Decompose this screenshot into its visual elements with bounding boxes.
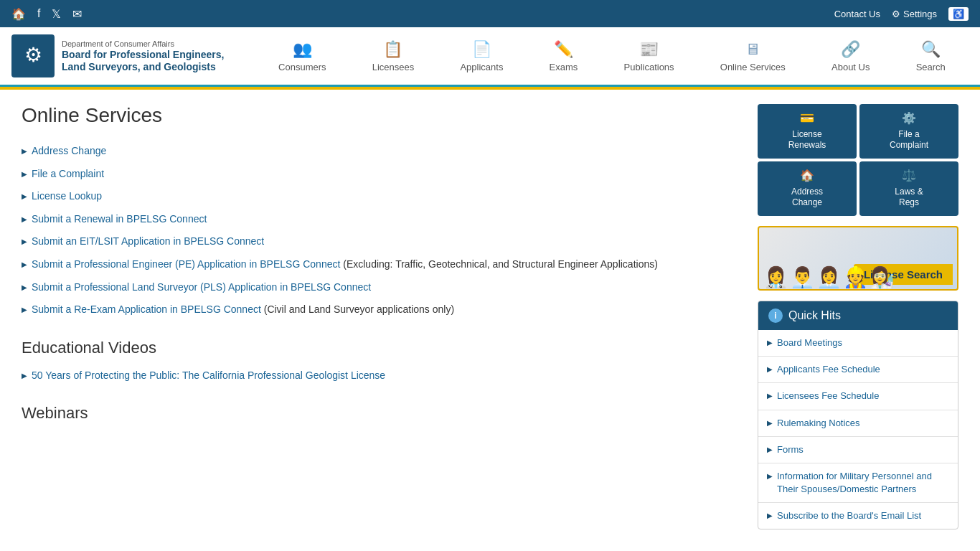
list-item: ▶Submit a Professional Engineer (PE) App… bbox=[22, 258, 736, 272]
quick-hits-title: Quick Hits bbox=[788, 309, 841, 322]
arrow-icon: ▶ bbox=[767, 365, 773, 373]
nav-item-exams[interactable]: ✏️Exams bbox=[544, 37, 584, 75]
educational-videos-list: ▶50 Years of Protecting the Public: The … bbox=[22, 369, 736, 383]
quick-hit-link[interactable]: Rulemaking Notices bbox=[777, 417, 860, 430]
arrow-icon: ▶ bbox=[22, 283, 27, 293]
quick-hit-link[interactable]: Forms bbox=[777, 443, 804, 456]
quick-actions: 💳LicenseRenewals⚙️File aComplaint🏠Addres… bbox=[758, 104, 958, 216]
home-icon[interactable]: 🏠 bbox=[11, 7, 26, 21]
link-note: (Excluding: Traffic, Geotechnical, and S… bbox=[343, 258, 658, 270]
list-item: ▶Submit an EIT/LSIT Application in BPELS… bbox=[22, 235, 736, 249]
applicants-label: Applicants bbox=[460, 62, 503, 72]
arrow-icon: ▶ bbox=[767, 419, 773, 427]
top-bar: 🏠 f 𝕏 ✉ Contact Us ⚙ Settings ♿ bbox=[0, 0, 980, 27]
arrow-icon: ▶ bbox=[767, 512, 773, 519]
quick-hits-list: ▶Board Meetings▶Applicants Fee Schedule▶… bbox=[758, 330, 958, 529]
list-item: ▶Rulemaking Notices bbox=[758, 410, 958, 437]
dept-label: Department of Consumer Affairs bbox=[62, 39, 224, 49]
online-services-label: Online Services bbox=[720, 62, 786, 72]
arrow-icon: ▶ bbox=[22, 169, 27, 179]
nav-item-licensees[interactable]: 📋Licensees bbox=[367, 37, 420, 75]
arrow-icon: ▶ bbox=[22, 305, 27, 315]
publications-icon: 📰 bbox=[639, 40, 659, 59]
arrow-icon: ▶ bbox=[767, 339, 773, 347]
arrow-icon: ▶ bbox=[767, 392, 773, 400]
exams-label: Exams bbox=[550, 62, 578, 72]
service-link[interactable]: License Lookup bbox=[32, 190, 102, 202]
arrow-icon: ▶ bbox=[767, 472, 773, 480]
top-bar-right: Contact Us ⚙ Settings ♿ bbox=[834, 7, 969, 21]
nav-item-publications[interactable]: 📰Publications bbox=[618, 37, 680, 75]
nav-item-online-services[interactable]: 🖥Online Services bbox=[715, 37, 791, 75]
main-container: Online Services ▶Address Change▶File a C… bbox=[0, 90, 980, 544]
list-item: ▶Licensees Fee Schedule bbox=[758, 383, 958, 410]
settings-icon: ⚙ bbox=[892, 9, 900, 19]
list-item: ▶File a Complaint bbox=[22, 167, 736, 182]
search-icon: 🔍 bbox=[921, 40, 941, 59]
arrow-icon: ▶ bbox=[22, 192, 27, 202]
email-icon[interactable]: ✉ bbox=[72, 7, 82, 21]
qa-btn-laws-regs[interactable]: ⚖️Laws &Regs bbox=[859, 161, 958, 216]
qa-btn-address-change[interactable]: 🏠AddressChange bbox=[758, 161, 857, 216]
service-link[interactable]: Submit a Renewal in BPELSG Connect bbox=[32, 213, 207, 225]
file-complaint-icon: ⚙️ bbox=[902, 111, 916, 126]
quick-hit-link[interactable]: Information for Military Personnel and T… bbox=[777, 470, 949, 496]
content-area: Online Services ▶Address Change▶File a C… bbox=[22, 104, 736, 529]
people-figures: 👩‍⚕️ 👨‍💼 👩‍💼 👷 👩‍🔬 bbox=[759, 227, 895, 289]
social-icons: 🏠 f 𝕏 ✉ bbox=[11, 7, 82, 21]
sidebar: 💳LicenseRenewals⚙️File aComplaint🏠Addres… bbox=[758, 104, 958, 529]
nav-item-search[interactable]: 🔍Search bbox=[910, 37, 951, 75]
quick-hit-link[interactable]: Board Meetings bbox=[777, 336, 842, 349]
consumers-label: Consumers bbox=[278, 62, 326, 72]
accessibility-button[interactable]: ♿ bbox=[948, 7, 969, 21]
license-renewals-label: LicenseRenewals bbox=[788, 129, 826, 151]
exams-icon: ✏️ bbox=[554, 40, 573, 59]
nav-item-consumers[interactable]: 👥Consumers bbox=[273, 37, 331, 75]
licensees-icon: 📋 bbox=[383, 40, 402, 59]
contact-us-link[interactable]: Contact Us bbox=[834, 9, 880, 19]
list-item: ▶Subscribe to the Board's Email List bbox=[758, 503, 958, 529]
quick-hits-panel: i Quick Hits ▶Board Meetings▶Applicants … bbox=[758, 301, 958, 530]
file-complaint-label: File aComplaint bbox=[890, 129, 928, 151]
service-link[interactable]: Submit a Professional Land Surveyor (PLS… bbox=[32, 281, 371, 293]
arrow-icon: ▶ bbox=[767, 446, 773, 453]
header: ⚙ Department of Consumer Affairs Board f… bbox=[0, 27, 980, 87]
main-nav: 👥Consumers📋Licensees📄Applicants✏️Exams📰P… bbox=[255, 37, 969, 75]
webinars-title: Webinars bbox=[22, 404, 736, 423]
online-services-icon: 🖥 bbox=[745, 40, 760, 59]
board-name: Board for Professional Engineers,Land Su… bbox=[62, 49, 224, 73]
facebook-icon[interactable]: f bbox=[37, 7, 40, 20]
about-us-icon: 🔗 bbox=[841, 40, 860, 59]
service-link[interactable]: Address Change bbox=[32, 145, 106, 156]
service-link[interactable]: Submit a Re-Exam Application in BPELSG C… bbox=[32, 303, 261, 315]
person-icon: 👷 bbox=[843, 265, 868, 289]
arrow-icon: ▶ bbox=[22, 237, 27, 247]
twitter-icon[interactable]: 𝕏 bbox=[52, 7, 61, 21]
laws-regs-icon: ⚖️ bbox=[902, 169, 916, 184]
link-note: (Civil and Land Surveyor applications on… bbox=[264, 303, 454, 315]
nav-item-about-us[interactable]: 🔗About Us bbox=[826, 37, 875, 75]
quick-hit-link[interactable]: Applicants Fee Schedule bbox=[777, 363, 880, 376]
quick-hit-link[interactable]: Licensees Fee Schedule bbox=[777, 390, 879, 402]
license-search-banner[interactable]: 👩‍⚕️ 👨‍💼 👩‍💼 👷 👩‍🔬 License Search bbox=[758, 226, 958, 291]
list-item: ▶Address Change bbox=[22, 144, 736, 159]
nav-item-applicants[interactable]: 📄Applicants bbox=[454, 37, 509, 75]
page-title: Online Services bbox=[22, 104, 736, 127]
person-icon: 👩‍💼 bbox=[816, 265, 842, 289]
list-item: ▶Forms bbox=[758, 437, 958, 463]
quick-hit-link[interactable]: Subscribe to the Board's Email List bbox=[777, 509, 921, 522]
search-label: Search bbox=[916, 62, 946, 72]
service-link[interactable]: Submit a Professional Engineer (PE) Appl… bbox=[32, 258, 340, 270]
video-link[interactable]: 50 Years of Protecting the Public: The C… bbox=[32, 369, 385, 383]
arrow-icon: ▶ bbox=[22, 146, 27, 156]
qa-btn-file-complaint[interactable]: ⚙️File aComplaint bbox=[859, 104, 958, 159]
qa-btn-license-renewals[interactable]: 💳LicenseRenewals bbox=[758, 104, 857, 159]
info-icon: i bbox=[768, 309, 783, 323]
logo-area: ⚙ Department of Consumer Affairs Board f… bbox=[11, 34, 255, 77]
settings-link[interactable]: ⚙ Settings bbox=[892, 9, 937, 19]
service-link[interactable]: Submit an EIT/LSIT Application in BPELSG… bbox=[32, 235, 264, 247]
svg-text:⚙: ⚙ bbox=[24, 44, 42, 66]
service-link[interactable]: File a Complaint bbox=[32, 168, 104, 179]
laws-regs-label: Laws &Regs bbox=[895, 187, 923, 209]
list-item: ▶Submit a Renewal in BPELSG Connect bbox=[22, 212, 736, 227]
